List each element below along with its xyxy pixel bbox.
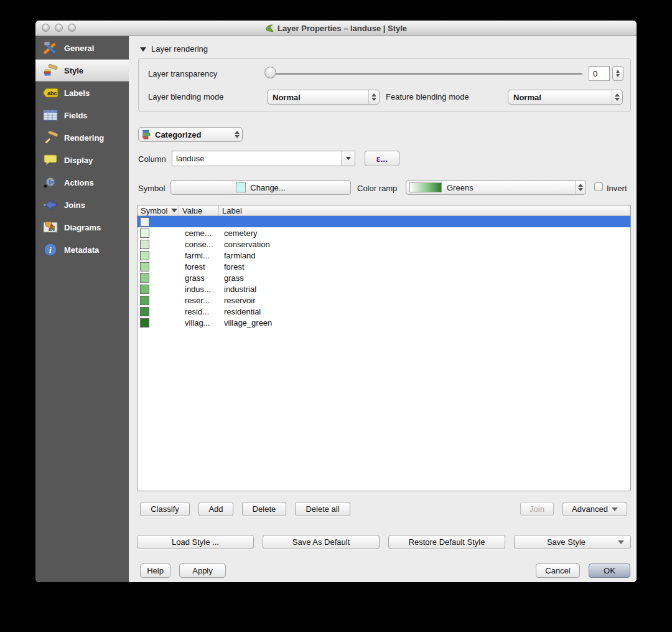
step-down-icon — [616, 74, 620, 77]
sidebar: GeneralStyleabcLabelsFieldsRenderingDisp… — [35, 36, 129, 582]
category-row-cemetery[interactable]: ceme...cemetery — [138, 227, 630, 238]
join-arrow-icon — [42, 197, 58, 212]
sidebar-item-label: Actions — [64, 178, 94, 187]
step-up-icon — [616, 70, 620, 73]
categories-table: Symbol Value Label ceme...cemeteryconse.… — [137, 205, 631, 491]
layer-rendering-section[interactable]: Layer rendering — [140, 44, 208, 54]
category-label: conservation — [219, 240, 630, 249]
category-swatch[interactable] — [140, 217, 149, 227]
category-row-village_green[interactable]: villag...village_green — [138, 317, 630, 328]
sidebar-item-fields[interactable]: Fields — [35, 104, 129, 126]
transparency-value-input[interactable]: 0 — [589, 66, 610, 81]
delete-button[interactable]: Delete — [242, 502, 286, 516]
transparency-slider[interactable] — [267, 73, 582, 75]
category-swatch[interactable] — [140, 285, 149, 294]
category-value: conse... — [179, 240, 219, 249]
category-row-reservoir[interactable]: reser...reservoir — [138, 295, 630, 306]
feature-blending-label: Feature blending mode — [386, 92, 469, 101]
svg-text:abc: abc — [47, 90, 57, 97]
add-button[interactable]: Add — [198, 502, 233, 516]
advanced-button[interactable]: Advanced — [562, 502, 627, 516]
category-swatch[interactable] — [140, 273, 149, 283]
layer-blending-select[interactable]: Normal — [267, 90, 380, 105]
renderer-type-select[interactable]: Categorized — [138, 127, 243, 142]
expression-builder-button[interactable]: ε... — [365, 151, 399, 166]
transparency-stepper[interactable] — [612, 66, 623, 81]
sidebar-item-joins[interactable]: Joins — [35, 194, 129, 216]
category-swatch[interactable] — [140, 296, 149, 305]
cancel-button[interactable]: Cancel — [536, 564, 580, 578]
chart-icon — [42, 220, 58, 235]
close-button[interactable] — [42, 24, 50, 32]
color-ramp-select[interactable]: Greens — [406, 180, 586, 195]
sidebar-item-label: Rendering — [64, 133, 104, 143]
feature-blending-select[interactable]: Normal — [508, 90, 623, 105]
category-swatch[interactable] — [140, 307, 149, 316]
category-swatch[interactable] — [140, 240, 149, 249]
category-row-forest[interactable]: forestforest — [138, 261, 630, 272]
advanced-dropdown-icon — [612, 507, 618, 511]
sidebar-item-diagrams[interactable]: Diagrams — [35, 216, 129, 238]
ok-button[interactable]: OK — [589, 564, 630, 578]
category-label: cemetery — [219, 229, 630, 238]
save-style-dropdown-icon — [618, 540, 624, 544]
category-row-farmland[interactable]: farml...farmland — [138, 250, 630, 261]
save-as-default-button[interactable]: Save As Default — [263, 535, 380, 549]
category-label: grass — [219, 273, 630, 283]
render-brush-icon — [42, 130, 58, 145]
sidebar-item-general[interactable]: General — [35, 37, 129, 59]
color-ramp-swatch — [409, 182, 442, 192]
sidebar-item-labels[interactable]: abcLabels — [35, 82, 129, 104]
layer-rendering-group: Layer transparency 0 Layer blending mode… — [138, 58, 631, 111]
category-swatch[interactable] — [140, 318, 149, 328]
column-combobox[interactable]: landuse — [172, 151, 355, 166]
column-header-value[interactable]: Value — [179, 205, 219, 215]
classify-button[interactable]: Classify — [140, 502, 190, 516]
sidebar-item-style[interactable]: Style — [35, 59, 129, 82]
category-row-grass[interactable]: grassgrass — [138, 272, 630, 283]
layer-rendering-title: Layer rendering — [151, 44, 208, 54]
popup-arrows-icon — [231, 128, 242, 141]
sidebar-item-rendering[interactable]: Rendering — [35, 126, 129, 149]
category-swatch[interactable] — [140, 262, 149, 271]
category-row-conservation[interactable]: conse...conservation — [138, 238, 630, 250]
sidebar-item-label: Labels — [64, 88, 90, 98]
symbol-change-button[interactable]: Change... — [170, 180, 351, 195]
zoom-button[interactable] — [68, 24, 76, 32]
sidebar-item-display[interactable]: Display — [35, 149, 129, 171]
transparency-slider-thumb[interactable] — [264, 67, 276, 78]
column-header-label[interactable]: Label — [219, 205, 630, 215]
layer-properties-window: Layer Properties – landuse | Style Gener… — [35, 21, 637, 582]
save-style-button[interactable]: Save Style — [514, 535, 631, 549]
sidebar-item-label: General — [64, 44, 94, 53]
restore-default-button[interactable]: Restore Default Style — [388, 535, 505, 549]
screen: Layer Properties – landuse | Style Gener… — [0, 0, 672, 632]
category-row-industrial[interactable]: indus...industrial — [138, 283, 630, 295]
category-row-empty[interactable] — [138, 216, 630, 227]
symbol-label: Symbol — [138, 184, 165, 193]
category-row-residential[interactable]: resid...residential — [138, 306, 630, 317]
sidebar-item-label: Fields — [64, 111, 88, 120]
table-header: Symbol Value Label — [138, 205, 630, 216]
category-label: farmland — [219, 251, 630, 260]
category-swatch[interactable] — [140, 251, 149, 260]
load-style-button[interactable]: Load Style ... — [137, 535, 254, 549]
window-controls — [42, 24, 76, 32]
minimize-button[interactable] — [55, 24, 63, 32]
sidebar-item-actions[interactable]: Actions — [35, 171, 129, 194]
paintbrush-icon — [42, 63, 58, 78]
help-button[interactable]: Help — [140, 564, 170, 578]
invert-checkbox[interactable] — [594, 182, 603, 191]
sidebar-item-label: Joins — [64, 200, 85, 210]
sidebar-item-metadata[interactable]: iMetadata — [35, 238, 129, 261]
category-swatch[interactable] — [140, 229, 149, 238]
sidebar-item-label: Diagrams — [64, 223, 101, 232]
column-label: Column — [138, 154, 166, 164]
titlebar: Layer Properties – landuse | Style — [35, 21, 637, 36]
popup-arrows-icon — [368, 90, 379, 104]
join-button[interactable]: Join — [520, 502, 554, 516]
column-header-symbol[interactable]: Symbol — [138, 205, 179, 215]
apply-button[interactable]: Apply — [179, 564, 226, 578]
tools-icon — [42, 40, 58, 55]
delete-all-button[interactable]: Delete all — [295, 502, 350, 516]
